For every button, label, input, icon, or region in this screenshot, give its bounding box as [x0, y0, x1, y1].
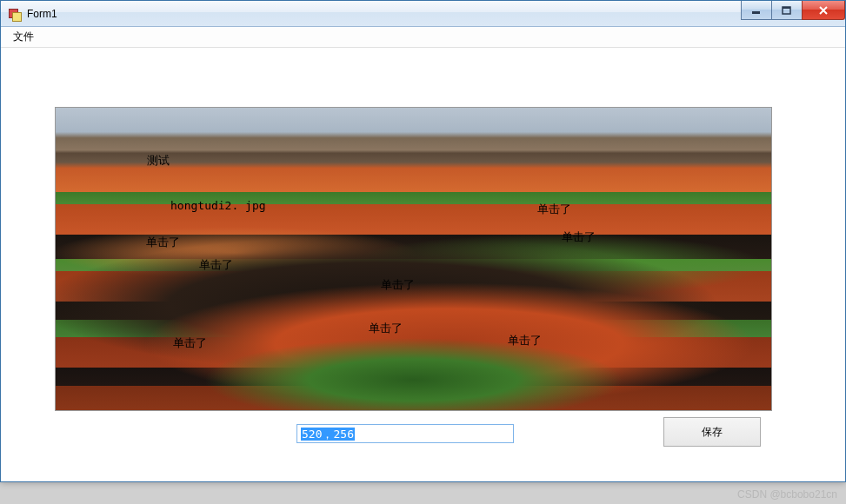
overlay-click: 单击了	[562, 229, 596, 245]
svg-rect-2	[783, 7, 790, 9]
maximize-button[interactable]	[771, 1, 803, 20]
form-window: Form1 文件 测试 hongtudi2. jpg 单击了 单击了 单击了 单…	[0, 0, 846, 482]
overlay-click: 单击了	[381, 277, 415, 293]
textbox-value: 520，256	[301, 428, 355, 441]
save-button[interactable]: 保存	[663, 417, 761, 447]
overlay-click: 单击了	[199, 257, 233, 273]
coordinates-textbox[interactable]: 520，256	[296, 424, 514, 443]
maximize-icon	[782, 6, 792, 15]
app-icon	[8, 7, 22, 21]
watermark-text: CSDN @bcbobo21cn	[737, 488, 837, 501]
close-button[interactable]	[802, 1, 845, 20]
save-button-label: 保存	[702, 425, 723, 440]
overlay-click: 单击了	[508, 333, 542, 348]
client-area: 测试 hongtudi2. jpg 单击了 单击了 单击了 单击了 单击了 单击…	[10, 53, 836, 473]
overlay-test: 测试	[147, 153, 170, 169]
picture-box[interactable]: 测试 hongtudi2. jpg 单击了 单击了 单击了 单击了 单击了 单击…	[55, 107, 772, 411]
minimize-button[interactable]	[741, 1, 772, 20]
titlebar[interactable]: Form1	[1, 1, 845, 27]
overlay-filename: hongtudi2. jpg	[170, 199, 266, 212]
overlay-click: 单击了	[173, 335, 207, 351]
svg-rect-0	[752, 11, 760, 14]
window-controls	[742, 1, 845, 20]
close-icon	[817, 5, 829, 16]
overlay-click: 单击了	[146, 235, 180, 250]
menu-file[interactable]: 文件	[6, 27, 41, 47]
minimize-icon	[751, 6, 762, 15]
overlay-click: 单击了	[537, 202, 571, 217]
overlay-click: 单击了	[369, 321, 403, 336]
menubar: 文件	[1, 27, 845, 48]
window-title: Form1	[27, 8, 57, 20]
